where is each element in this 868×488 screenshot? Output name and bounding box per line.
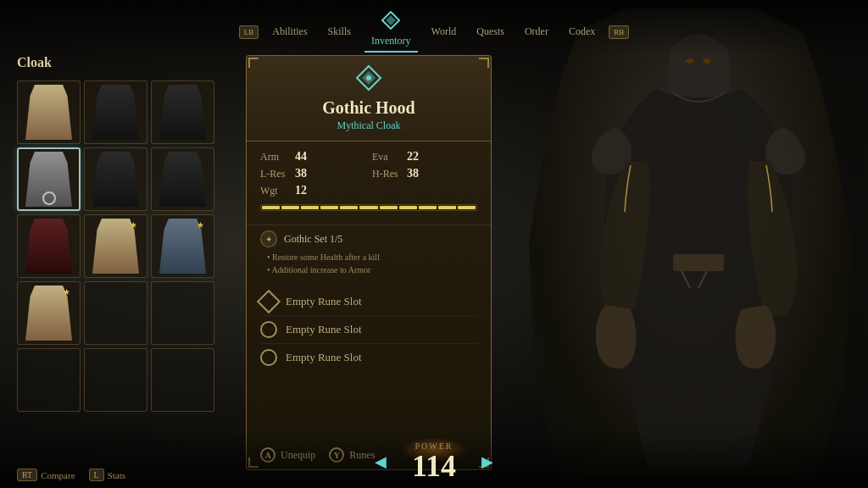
item-slot-8[interactable]: ★ [84, 214, 147, 278]
stat-hres: H-Res 38 [372, 167, 477, 180]
set-bonus-section: ✦ Gothic Set 1/5 Restore some Health aft… [247, 225, 491, 283]
set-bonus-1: Restore some Health after a kill [260, 251, 477, 263]
nav-order[interactable]: Order [518, 22, 555, 42]
hood-6 [159, 152, 206, 207]
cloak-icon [355, 64, 382, 92]
qs-2 [281, 206, 299, 209]
item-thumb-8: ★ [92, 219, 139, 274]
set-icon: ✦ [260, 230, 277, 247]
stat-arm-value: 44 [295, 150, 307, 164]
rune-slot-icon-circle-2 [260, 349, 277, 366]
qs-10 [438, 206, 456, 209]
power-value: 114 [412, 451, 456, 481]
character-svg [563, 17, 834, 466]
stat-eva: Eva 22 [372, 150, 477, 164]
bottom-bar: ◀ POWER 114 ▶ [0, 429, 868, 488]
cloak-inventory-panel: Cloak [17, 55, 237, 445]
item-thumb-9: ★ [159, 219, 206, 274]
nav-quests[interactable]: Quests [470, 22, 511, 42]
power-right-arrow[interactable]: ▶ [481, 452, 493, 471]
rune-slot-2[interactable]: Empty Rune Slot [260, 316, 477, 344]
lb-button[interactable]: LB [239, 25, 259, 39]
rb-button[interactable]: RB [609, 25, 629, 39]
rune-slot-3[interactable]: Empty Rune Slot [260, 344, 477, 371]
item-slot-6[interactable] [151, 147, 214, 211]
svg-rect-1 [673, 254, 724, 271]
stat-arm-label: Arm [260, 151, 290, 164]
compare-label: Compare [41, 470, 75, 480]
nav-inventory[interactable]: Inventory [364, 31, 418, 53]
panel-title: Cloak [17, 55, 237, 70]
qs-7 [380, 206, 398, 209]
item-slot-4[interactable] [17, 147, 81, 211]
corner-tl [248, 58, 259, 68]
rune-slot-text-2: Empty Rune Slot [286, 323, 362, 336]
item-slot-13[interactable] [17, 348, 81, 412]
set-bonus-header: ✦ Gothic Set 1/5 [260, 230, 477, 247]
stats-grid: Arm 44 Eva 22 L-Res 38 H-Res 38 Wgt 12 [260, 150, 477, 197]
qs-4 [320, 206, 338, 209]
item-slot-1[interactable] [17, 80, 81, 144]
qs-5 [340, 206, 358, 209]
stat-wgt-value: 12 [295, 184, 307, 197]
bottom-buttons: RT Compare L Stats [17, 469, 125, 481]
qs-11 [458, 206, 476, 209]
hood-7 [25, 219, 72, 274]
nav-skills[interactable]: Skills [321, 22, 358, 42]
hood-1 [25, 85, 72, 140]
qs-9 [419, 206, 437, 209]
stat-lres-value: 38 [295, 167, 307, 180]
svg-marker-5 [386, 15, 396, 25]
stats-section: Arm 44 Eva 22 L-Res 38 H-Res 38 Wgt 12 [247, 141, 491, 225]
item-detail-panel: Gothic Hood Mythical Cloak Arm 44 Eva 22… [246, 55, 492, 470]
corner-tr [479, 58, 489, 68]
compare-btn[interactable]: RT Compare [17, 469, 75, 481]
item-type: Mythical Cloak [247, 119, 491, 132]
item-slot-10[interactable]: ★ [17, 281, 81, 345]
item-slot-15[interactable] [151, 348, 214, 412]
hood-2 [92, 85, 139, 140]
qs-6 [359, 206, 377, 209]
item-thumb-7 [25, 219, 72, 274]
stats-btn[interactable]: L Stats [89, 469, 126, 481]
item-thumb-6 [159, 152, 206, 207]
qs-8 [399, 206, 417, 209]
item-thumb-3 [159, 85, 206, 140]
item-slot-11[interactable] [84, 281, 147, 345]
item-slot-9[interactable]: ★ [151, 214, 214, 278]
character-display [512, 0, 868, 488]
item-slot-14[interactable] [84, 348, 147, 412]
star-10: ★ [63, 287, 70, 297]
item-thumb-5 [92, 152, 139, 207]
power-nav: ◀ POWER 114 ▶ [375, 441, 493, 481]
item-slot-7[interactable] [17, 214, 81, 278]
equipped-icon [42, 191, 56, 205]
star-9: ★ [197, 220, 204, 230]
hood-3 [159, 85, 206, 140]
stat-arm: Arm 44 [260, 150, 365, 164]
star-8: ★ [130, 220, 137, 230]
item-slot-5[interactable] [84, 147, 147, 211]
rune-slots-section: Empty Rune Slot Empty Rune Slot Empty Ru… [247, 283, 491, 376]
item-slot-3[interactable] [151, 80, 214, 144]
stat-eva-value: 22 [407, 150, 419, 164]
item-type-icon-container [247, 64, 491, 92]
rune-slot-icon-diamond [257, 290, 281, 313]
power-left-arrow[interactable]: ◀ [375, 452, 387, 471]
stat-wgt-label: Wgt [260, 185, 290, 197]
nav-codex[interactable]: Codex [562, 22, 602, 42]
svg-point-8 [366, 75, 371, 80]
quality-bar [260, 204, 477, 211]
rune-slot-1[interactable]: Empty Rune Slot [260, 288, 477, 316]
qs-3 [301, 206, 319, 209]
stat-lres: L-Res 38 [260, 167, 365, 180]
item-slot-2[interactable] [84, 80, 147, 144]
item-name: Gothic Hood [247, 98, 491, 118]
nav-abilities[interactable]: Abilities [265, 22, 314, 42]
nav-world[interactable]: World [425, 22, 464, 42]
item-slot-12[interactable] [151, 281, 214, 345]
stat-eva-label: Eva [372, 151, 402, 164]
power-section: POWER 114 [412, 441, 456, 481]
item-thumb-10: ★ [25, 286, 72, 341]
l-trigger: L [89, 469, 104, 481]
